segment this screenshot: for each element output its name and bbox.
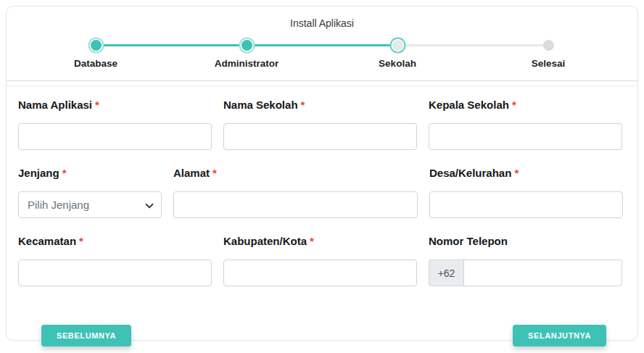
form-row-3: Kecamatan* Kabupaten/Kota* Nomor Telepon…	[18, 235, 626, 286]
field-label-text: Alamat	[173, 167, 210, 179]
nama-aplikasi-input[interactable]	[18, 123, 212, 150]
step-label: Administrator	[215, 58, 279, 69]
jenjang-select[interactable]: Pilih Jenjang	[18, 191, 162, 218]
field-desa-kelurahan: Desa/Kelurahan*	[429, 167, 623, 218]
kepala-sekolah-input[interactable]	[429, 123, 622, 150]
phone-input-group: +62	[429, 259, 622, 286]
required-marker: *	[79, 235, 83, 247]
field-label: Desa/Kelurahan*	[429, 167, 623, 180]
step-connector	[397, 44, 548, 46]
required-marker: *	[95, 99, 99, 111]
alamat-input[interactable]	[173, 191, 418, 218]
previous-button[interactable]: SEBELUMNYA	[41, 325, 131, 346]
field-label: Kabupaten/Kota*	[223, 235, 417, 248]
field-label: Nama Aplikasi*	[18, 99, 212, 112]
field-label: Jenjang*	[18, 167, 162, 180]
form-row-2: Jenjang* Pilih Jenjang Alamat* Desa/Kelu…	[18, 167, 626, 218]
field-label: Kecamatan*	[18, 235, 212, 248]
kabupaten-kota-input[interactable]	[223, 259, 417, 286]
field-label: Nomor Telepon	[429, 235, 622, 248]
field-alamat: Alamat*	[173, 167, 418, 218]
field-label-text: Desa/Kelurahan	[429, 167, 511, 179]
install-wizard-card: Install Aplikasi Database Administrator …	[6, 6, 638, 341]
next-button[interactable]: SELANJUTNYA	[513, 325, 606, 346]
step-dot-current-icon	[392, 40, 403, 51]
field-jenjang: Jenjang* Pilih Jenjang	[18, 167, 162, 218]
wizard-footer: SEBELUMNYA SELANJUTNYA	[18, 303, 626, 346]
field-label: Alamat*	[173, 167, 418, 180]
sekolah-form: Nama Aplikasi* Nama Sekolah* Kepala Seko…	[7, 86, 637, 346]
required-marker: *	[62, 167, 67, 179]
nomor-telepon-input[interactable]	[463, 259, 622, 286]
wizard-header: Install Aplikasi Database Administrator …	[7, 7, 637, 86]
field-label-text: Nama Aplikasi	[18, 99, 92, 111]
field-label-text: Nama Sekolah	[223, 99, 298, 111]
field-label-text: Kecamatan	[18, 235, 76, 247]
page-title: Install Aplikasi	[7, 17, 637, 29]
required-marker: *	[301, 99, 305, 111]
field-label-text: Nomor Telepon	[429, 235, 508, 247]
step-dot-pending-icon	[543, 40, 554, 51]
nama-sekolah-input[interactable]	[223, 123, 417, 150]
field-kepala-sekolah: Kepala Sekolah*	[429, 99, 622, 150]
required-marker: *	[512, 99, 516, 111]
wizard-stepper: Database Administrator Sekolah Selesai	[20, 38, 624, 80]
step-label: Sekolah	[379, 58, 416, 69]
required-marker: *	[310, 235, 314, 247]
required-marker: *	[212, 167, 217, 179]
field-kecamatan: Kecamatan*	[18, 235, 212, 286]
step-label: Selesai	[532, 58, 566, 69]
desa-kelurahan-input[interactable]	[429, 191, 623, 218]
step-selesai[interactable]: Selesai	[473, 38, 624, 80]
field-kabupaten-kota: Kabupaten/Kota*	[223, 235, 417, 286]
field-label-text: Jenjang	[18, 167, 59, 179]
field-label-text: Kabupaten/Kota	[223, 235, 307, 247]
required-marker: *	[514, 167, 519, 179]
step-connector	[96, 44, 247, 46]
field-nomor-telepon: Nomor Telepon +62	[429, 235, 622, 286]
step-label: Database	[74, 58, 117, 69]
step-connector	[247, 44, 397, 46]
step-dot-completed-icon	[242, 40, 252, 51]
form-row-1: Nama Aplikasi* Nama Sekolah* Kepala Seko…	[18, 99, 626, 150]
header-divider	[7, 80, 637, 81]
step-dot-completed-icon	[91, 40, 102, 51]
field-nama-aplikasi: Nama Aplikasi*	[18, 99, 212, 150]
field-nama-sekolah: Nama Sekolah*	[223, 99, 417, 150]
phone-country-code-prefix: +62	[429, 259, 463, 286]
field-label: Kepala Sekolah*	[429, 99, 622, 112]
field-label-text: Kepala Sekolah	[429, 99, 509, 111]
kecamatan-input[interactable]	[18, 259, 212, 286]
field-label: Nama Sekolah*	[223, 99, 417, 112]
